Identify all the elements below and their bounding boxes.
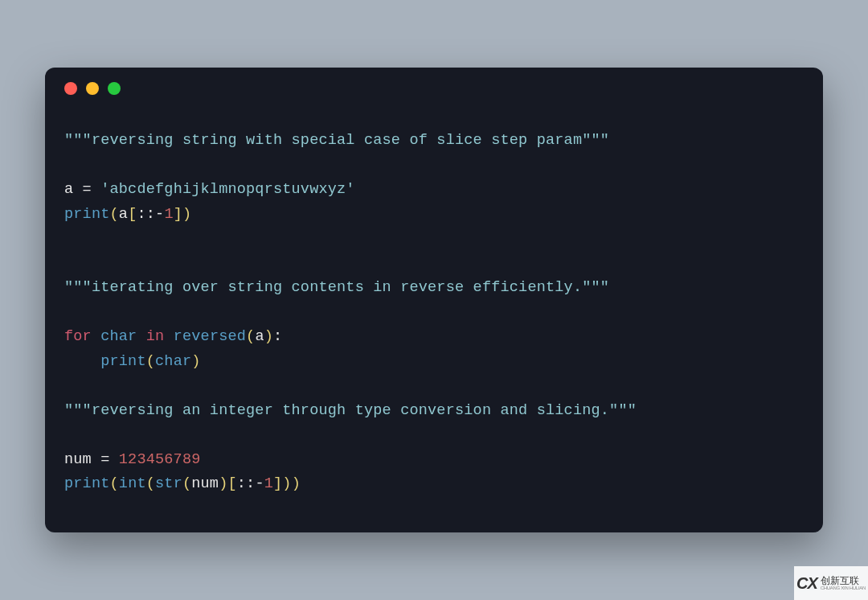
fn-print: print [64,206,110,223]
fn-int: int [119,475,146,492]
var-num: num [64,451,92,468]
num-literal: 123456789 [119,451,201,468]
watermark: CX 创新互联 CHUANG XIN HULIAN [794,566,868,600]
maximize-icon[interactable] [108,82,121,95]
watermark-logo: CX [796,574,817,593]
watermark-en: CHUANG XIN HULIAN [821,586,866,590]
string-alphabet: 'abcdefghijklmnopqrstuvwxyz' [100,181,354,198]
code-terminal: """reversing string with special case of… [45,68,823,532]
kw-in: in [146,328,165,345]
close-icon[interactable] [64,82,77,95]
docstring-3: """reversing an integer through type con… [64,402,637,419]
docstring-2: """iterating over string contents in rev… [64,279,609,296]
docstring-1: """reversing string with special case of… [64,132,609,149]
kw-for: for [64,328,92,345]
watermark-cn: 创新互联 [821,576,866,586]
window-controls [45,82,823,95]
var-a: a [64,181,73,198]
fn-reversed: reversed [174,328,246,345]
minimize-icon[interactable] [86,82,99,95]
fn-str: str [155,475,182,492]
code-block: """reversing string with special case of… [45,95,823,516]
